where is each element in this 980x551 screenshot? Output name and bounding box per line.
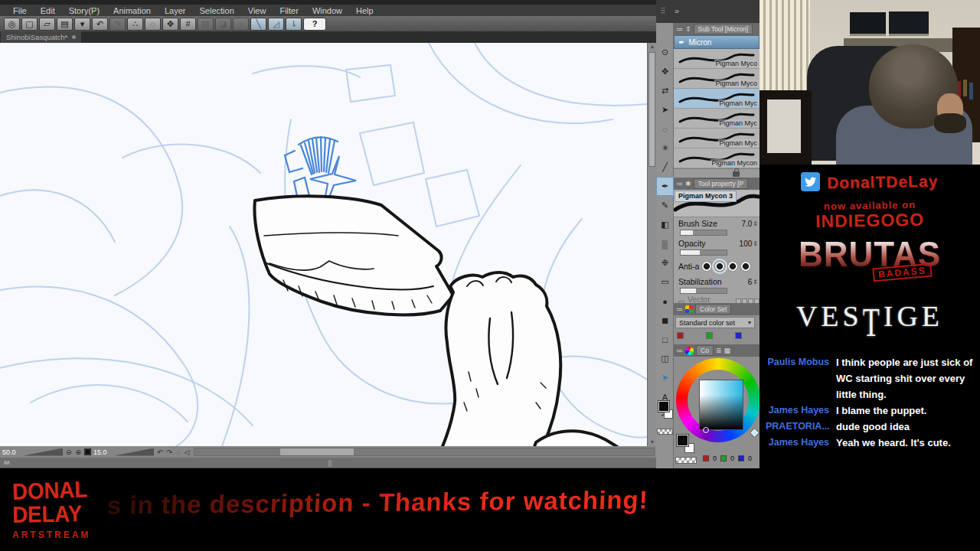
document-tab[interactable]: ShinobiSasquatch* (1, 31, 81, 43)
anti-aliasing-strong[interactable] (740, 261, 751, 272)
saturation-value-square[interactable] (699, 380, 743, 430)
subtool-item[interactable]: Pigman Myc (674, 129, 760, 148)
reset-rotation-icon[interactable]: ◌ (175, 448, 181, 456)
foreground-color-swatch[interactable] (677, 435, 688, 446)
tool-icon[interactable]: ⊙ (656, 43, 674, 62)
menu-item[interactable]: Window (305, 6, 349, 15)
stabilization-slider[interactable] (680, 288, 727, 294)
drawing-canvas[interactable] (0, 43, 647, 446)
horizontal-scroll-thumb[interactable] (280, 448, 354, 455)
subtool-item[interactable]: Pigman Myc (674, 89, 760, 109)
stabilization-stepper[interactable]: ⇕ (753, 279, 758, 285)
zoom-in-icon[interactable]: ⊕ (75, 448, 83, 456)
tool-icon[interactable]: ▭ (656, 272, 674, 292)
toolbar-icon[interactable]: ╲ (250, 18, 266, 31)
tool-icon[interactable]: ◌ (656, 119, 674, 139)
subtool-item[interactable]: Pigman Myco (674, 69, 760, 89)
canvas-horizontal-scrollbar[interactable] (194, 448, 655, 456)
toolbar-icon[interactable]: ▤ (57, 18, 73, 31)
colorwheel-tab[interactable]: Co (696, 345, 714, 356)
anti-aliasing-weak[interactable] (714, 261, 725, 272)
toolbar-icon[interactable]: ↷ (109, 18, 126, 31)
menu-item[interactable]: View (241, 6, 273, 15)
toolprop-tab[interactable]: Tool property [P (694, 178, 749, 189)
toolbar-icon[interactable]: ⇂ (286, 18, 302, 31)
menu-item[interactable]: Filter (273, 6, 305, 15)
tool-icon[interactable]: ✒ (656, 177, 674, 196)
toolbar-icon[interactable]: ▱ (39, 18, 55, 31)
opacity-slider[interactable] (680, 249, 727, 256)
toolbar-icon[interactable]: ▾ (74, 18, 90, 31)
subtool-group-header[interactable]: ✒ Micron (674, 35, 760, 49)
toolbar-icon[interactable]: ∴ (127, 18, 143, 31)
subtool-item[interactable]: Pigman Myc (674, 109, 760, 129)
panel-menu-icon[interactable]: ≔ (676, 347, 683, 354)
color-grid-tab-icon[interactable]: ▦ (724, 347, 730, 354)
tool-icon[interactable]: ➤ (656, 100, 674, 119)
tool-icon[interactable]: ⇄ (656, 81, 674, 100)
menu-item[interactable]: Layer (158, 6, 193, 15)
tool-icon[interactable]: ✎ (656, 196, 674, 215)
transparent-color-swatch[interactable] (657, 429, 673, 435)
menu-item[interactable]: File (6, 6, 34, 15)
zoom-slider[interactable] (23, 448, 63, 456)
opacity-stepper[interactable]: ⇕ (753, 240, 758, 247)
dock-handle-icon[interactable]: ⫶⫶ (661, 6, 665, 16)
tool-icon[interactable]: ➤ (656, 368, 674, 387)
resize-grip-icon[interactable]: ||| (328, 459, 332, 467)
toolbar-icon[interactable]: ◌ (145, 18, 161, 31)
color-swatch[interactable] (706, 332, 713, 339)
vertical-scroll-thumb[interactable] (648, 52, 655, 167)
toolbar-icon[interactable]: ? (303, 18, 326, 31)
gear-icon[interactable]: ✱ (685, 180, 691, 187)
lock-icon[interactable] (733, 171, 740, 177)
fit-screen-icon[interactable] (84, 448, 91, 455)
toolbar-icon[interactable]: ✥ (162, 18, 178, 31)
menu-item[interactable]: Story(P) (62, 6, 106, 15)
toolbar-icon[interactable]: ◿ (268, 18, 284, 31)
anti-aliasing-none[interactable] (701, 261, 712, 272)
color-set-dropdown[interactable]: Standard color set ▾ (675, 317, 755, 328)
subtool-item[interactable]: Pigman Mycon (674, 148, 760, 168)
menu-item[interactable]: Selection (193, 6, 241, 15)
collapse-chevron-icon[interactable]: ∧∧ (3, 459, 9, 466)
toolbar-icon[interactable]: ↶ (92, 18, 108, 31)
sv-cursor[interactable] (703, 427, 709, 433)
panel-pin-icon[interactable]: ⇕ (685, 25, 691, 33)
toolbar-icon[interactable]: ▢ (21, 18, 38, 31)
toolbar-icon[interactable]: ▨ (198, 18, 214, 31)
color-wheel-icon[interactable] (685, 347, 694, 355)
flip-icon[interactable]: ◁ (184, 448, 191, 456)
menu-item[interactable]: Edit (34, 6, 62, 15)
rotate-slider[interactable] (114, 448, 154, 456)
canvas-vertical-scrollbar[interactable]: ▲ ▼ (647, 43, 656, 446)
color-swatch[interactable] (735, 332, 742, 339)
toolbar-icon[interactable]: ◎ (4, 18, 20, 31)
toolbar-icon[interactable]: ◪ (215, 18, 231, 31)
color-swatch[interactable] (677, 332, 684, 339)
tool-icon[interactable]: ● (656, 292, 674, 311)
rotate-left-icon[interactable]: ↶ (156, 448, 164, 456)
tool-icon[interactable]: ❉ (656, 253, 674, 272)
hue-cursor[interactable] (751, 429, 759, 437)
anti-aliasing-medium[interactable] (727, 261, 738, 272)
tool-icon[interactable]: ◼ (656, 311, 674, 330)
strip-color-swatches[interactable] (658, 401, 674, 424)
tool-icon[interactable]: ╱ (656, 158, 674, 177)
tool-icon[interactable]: ✥ (656, 62, 674, 81)
panel-menu-icon[interactable]: ≔ (676, 305, 683, 313)
menu-item[interactable]: Help (349, 6, 381, 15)
tool-icon[interactable]: □ (656, 330, 674, 349)
transparent-color-swatch[interactable] (675, 457, 697, 464)
subtool-item[interactable]: Pigman Myco (674, 49, 760, 69)
menu-item[interactable]: Animation (106, 6, 158, 15)
foreground-color-swatch[interactable] (658, 401, 669, 412)
color-slider-tab-icon[interactable]: ≣ (716, 347, 722, 354)
tool-icon[interactable]: ▒ (656, 234, 674, 253)
toolbar-icon[interactable]: ▫ (233, 18, 249, 31)
panel-menu-icon[interactable]: ≔ (676, 180, 683, 187)
brush-name-chip[interactable]: Pigman Mycon 3 (675, 191, 737, 202)
tool-icon[interactable]: ◧ (656, 215, 674, 234)
colorset-tab[interactable]: Color Set (695, 304, 731, 315)
panel-menu-icon[interactable]: ≔ (676, 25, 683, 33)
